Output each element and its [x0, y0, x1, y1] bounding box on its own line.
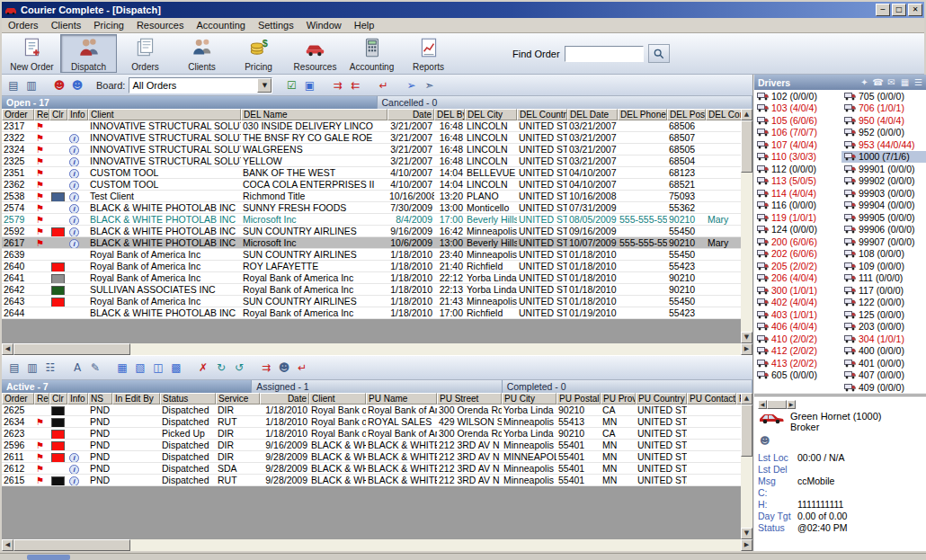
mail-icon[interactable]: ✉ — [885, 77, 898, 87]
board-tab[interactable]: Open - 17 — [2, 96, 378, 109]
driver-item[interactable]: 113 (5/0/5) — [754, 175, 841, 188]
driver-item[interactable]: 413 (2/0/2) — [754, 357, 841, 369]
driver-item[interactable]: 403 (1/0/1) — [754, 308, 841, 321]
driver-item[interactable]: 300 (1/0/1) — [754, 284, 841, 297]
column-header[interactable]: PU Postal — [556, 393, 601, 404]
order-row[interactable]: 2325 INNOVATIVE STRUCTURAL SOLUTION YELL… — [2, 156, 752, 167]
column-header[interactable]: Service — [216, 393, 260, 404]
font-icon[interactable]: A — [68, 359, 86, 377]
column-header[interactable]: PU Prov — [601, 393, 636, 404]
driver-item[interactable]: 116 (0/0/0) — [754, 200, 841, 212]
column-header[interactable]: Order — [2, 393, 34, 404]
driver-item[interactable]: 406 (4/0/4) — [754, 321, 841, 333]
order-row[interactable]: 2643 Royal Bank of America Inc SUN COUNT… — [2, 296, 752, 307]
order-row[interactable]: 2538 Test Client Richmond Title 10/16/20… — [2, 191, 752, 202]
board-tab[interactable]: Cancelled - 0 — [378, 96, 753, 109]
driver-item[interactable]: 99903 (0/0/0) — [841, 187, 926, 200]
driver-item[interactable]: 99904 (0/0/0) — [841, 200, 926, 212]
order-row[interactable]: 2615 PND Dispatched RUT 9/28/2009 BLACK … — [2, 475, 752, 486]
driver-item[interactable]: 103 (4/0/4) — [754, 102, 841, 115]
driver-item[interactable]: 402 (4/0/4) — [754, 297, 841, 309]
order-row[interactable]: 2322 INNOVATIVE STRUCTURAL SOLUTION THE … — [2, 132, 752, 144]
map-view-icon[interactable]: ▧ — [131, 359, 149, 377]
new-order-icon[interactable]: ▤ — [5, 359, 23, 377]
column-header[interactable]: Rel — [34, 109, 49, 120]
order-row[interactable]: 2612 PND Dispatched SDA 9/28/2009 BLACK … — [2, 463, 752, 475]
driver-item[interactable]: 108 (0/0/0) — [841, 248, 926, 261]
order-row[interactable]: 2634 PND Dispatched RUT 1/18/2010 Royal … — [2, 416, 752, 428]
new-order-button[interactable]: New Order — [4, 34, 60, 73]
driver-item[interactable]: 400 (0/0/0) — [841, 345, 926, 358]
driver-item[interactable]: 110 (3/0/3) — [754, 151, 841, 164]
order-row[interactable]: 2596 PND Dispatched DIR 9/16/2009 BLACK … — [2, 440, 752, 451]
driver-item[interactable]: 112 (0/0/0) — [754, 163, 841, 175]
delivery-leg-icon[interactable]: ➣ — [420, 76, 438, 94]
menu-item[interactable]: Pricing — [87, 18, 130, 32]
order-row[interactable]: 2579 BLACK & WHITE PHOTOLAB INC Microsof… — [2, 214, 752, 226]
column-header[interactable]: DEL By — [434, 109, 465, 120]
driver-item[interactable]: 1000 (7/1/6) — [841, 151, 926, 164]
vertical-scrollbar[interactable]: ▲▼ — [741, 393, 752, 539]
column-header[interactable]: Clr — [49, 109, 67, 120]
driver-icon[interactable]: ☻ — [275, 359, 293, 377]
order-row[interactable]: 2641 Royal Bank of America Inc Royal Ban… — [2, 272, 752, 284]
accounting-button[interactable]: Accounting — [343, 34, 400, 73]
driver-item[interactable]: 953 (44/0/44) — [841, 138, 926, 151]
menu-item[interactable]: Resources — [130, 18, 191, 32]
order-row[interactable]: 2639 Royal Bank of America Inc SUN COUNT… — [2, 249, 752, 261]
driver-item[interactable]: 114 (4/0/4) — [754, 187, 841, 200]
driver-item[interactable]: 99902 (0/0/0) — [841, 175, 926, 188]
orders-button[interactable]: Orders — [117, 34, 174, 73]
undo-icon[interactable]: ↺ — [230, 359, 248, 377]
driver-item[interactable]: 99907 (0/0/0) — [841, 236, 926, 248]
column-header[interactable]: DEL City — [465, 109, 517, 120]
driver-item[interactable]: 109 (0/0/0) — [841, 260, 926, 272]
menu-item[interactable]: Settings — [252, 18, 300, 32]
order-row[interactable]: 2317 INNOVATIVE STRUCTURAL SOLUTION 030 … — [2, 120, 752, 132]
drivers-board-icon[interactable]: ☻ — [68, 76, 86, 94]
driver-item[interactable]: 102 (0/0/0) — [754, 90, 841, 102]
find-order-button[interactable] — [648, 44, 670, 63]
driver-item[interactable]: 412 (2/0/2) — [754, 345, 841, 358]
column-header[interactable]: Order — [2, 109, 34, 120]
menu-item[interactable]: Accounting — [190, 18, 251, 32]
print-icon[interactable]: ☷ — [41, 359, 59, 377]
list-icon[interactable]: ☰ — [912, 77, 925, 87]
column-header[interactable]: PU Country — [636, 393, 687, 404]
pin-icon[interactable]: ✦ — [858, 77, 871, 87]
driver-item[interactable]: 111 (0/0/0) — [841, 272, 926, 285]
menu-item[interactable]: Clients — [45, 18, 88, 32]
order-row[interactable]: 2642 SULLIVAN ASSOCIATES INC Royal Bank … — [2, 284, 752, 296]
column-header[interactable]: PU Street — [437, 393, 502, 404]
order-row[interactable]: 2351 CUSTOM TOOL BANK OF THE WEST 4/10/2… — [2, 167, 752, 179]
order-row[interactable]: 2362 CUSTOM TOOL COCA COLA ENTERPRISES I… — [2, 179, 752, 191]
driver-item[interactable]: 125 (0/0/0) — [841, 308, 926, 321]
driver-item[interactable]: 203 (0/0/0) — [841, 321, 926, 333]
column-header[interactable]: PU City — [502, 393, 556, 404]
route-icon[interactable]: ↵ — [293, 359, 311, 377]
menu-item[interactable]: Window — [300, 18, 348, 32]
dispatch-order-icon[interactable]: ⇉ — [328, 76, 346, 94]
phone-icon[interactable]: ☎ — [871, 77, 885, 87]
edit-icon[interactable]: ✎ — [86, 359, 104, 377]
driver-item[interactable]: 200 (6/0/6) — [754, 236, 841, 248]
order-row[interactable]: 2617 BLACK & WHITE PHOTOLAB INC Microsof… — [2, 237, 752, 249]
driver-item[interactable]: 105 (6/0/6) — [754, 114, 841, 127]
modify-order-icon[interactable]: ▥ — [23, 359, 41, 377]
column-header[interactable]: In Edit By — [112, 393, 160, 404]
column-header[interactable]: DEL Postal — [667, 109, 706, 120]
find-order-input[interactable] — [565, 46, 644, 62]
modify-order-icon[interactable]: ▥ — [22, 76, 40, 94]
column-header[interactable]: Date — [260, 393, 309, 404]
driver-item[interactable]: 117 (0/0/0) — [841, 284, 926, 297]
column-header[interactable]: Info — [67, 393, 88, 404]
detail-view-icon[interactable]: ▩ — [167, 359, 185, 377]
column-header[interactable]: Clr — [49, 393, 67, 404]
taskbar-button[interactable] — [27, 555, 70, 560]
menu-item[interactable]: Orders — [2, 18, 45, 32]
order-row[interactable]: 2592 BLACK & WHITE PHOTOLAB INC SUN COUN… — [2, 226, 752, 237]
driver-item[interactable]: 205 (2/0/2) — [754, 260, 841, 272]
driver-item[interactable]: 122 (0/0/0) — [841, 297, 926, 309]
driver-item[interactable]: 206 (4/0/4) — [754, 272, 841, 285]
driver-item[interactable]: 409 (0/0/0) — [841, 381, 926, 394]
